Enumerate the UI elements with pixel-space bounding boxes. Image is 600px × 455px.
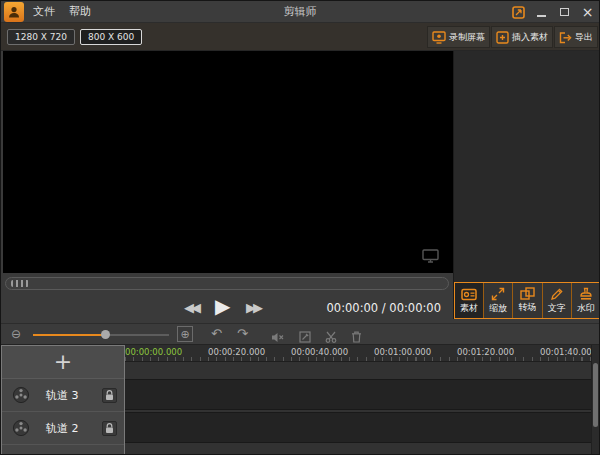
export-icon [559, 31, 572, 44]
resolution-1280x720-button[interactable]: 1280 X 720 [7, 29, 75, 45]
lock-track-button[interactable] [102, 388, 117, 403]
export-label: 导出 [575, 31, 593, 44]
scissors-icon [325, 331, 337, 343]
watermark-icon [579, 287, 593, 301]
record-screen-label: 录制屏幕 [449, 31, 485, 44]
insert-media-button[interactable]: 插入素材 [491, 26, 553, 48]
tab-scale-label: 缩放 [489, 302, 507, 315]
action-buttons: 录制屏幕 插入素材 导出 [427, 26, 598, 48]
record-screen-button[interactable]: 录制屏幕 [427, 26, 490, 48]
timeline-lane-track2[interactable] [125, 412, 593, 443]
close-button[interactable]: × [580, 4, 595, 20]
ruler-ticks [125, 357, 593, 361]
tab-transition[interactable]: 转场 [513, 283, 542, 318]
forward-button[interactable]: ▶▶ [246, 300, 263, 315]
track-label: 轨道 3 [46, 388, 79, 403]
titlebar: 文件 帮助 剪辑师 × [1, 1, 599, 23]
track-header-panel: + 轨道 3 轨道 2 [1, 345, 125, 455]
close-icon: × [582, 5, 594, 20]
fit-screen-icon [422, 249, 439, 263]
seek-bar[interactable] [5, 277, 449, 290]
menu-help[interactable]: 帮助 [63, 1, 97, 23]
zoom-out-button[interactable]: ⊖ [11, 327, 21, 341]
resolution-group: 1280 X 720 800 X 600 [7, 29, 142, 45]
fit-screen-button[interactable] [422, 248, 439, 267]
text-icon [550, 287, 564, 301]
zoom-slider[interactable] [33, 334, 169, 336]
track-row-3[interactable]: 轨道 3 [2, 379, 124, 412]
resolution-800x600-button[interactable]: 800 X 600 [80, 29, 142, 45]
lock-track-button[interactable] [102, 421, 117, 436]
tab-watermark-label: 水印 [577, 302, 595, 315]
maximize-icon [560, 8, 569, 16]
redo-button[interactable]: ↷ [237, 326, 248, 341]
zoom-slider-fill [33, 334, 104, 336]
film-reel-icon [12, 419, 30, 437]
window-controls: × [511, 1, 595, 23]
seek-handle[interactable] [11, 280, 29, 287]
timeline-lanes [125, 362, 593, 455]
zoom-in-button[interactable]: ⊕ [177, 326, 193, 342]
play-button[interactable]: ▶ [215, 294, 230, 318]
trash-icon [351, 331, 362, 343]
panel-tabstrip: 素材 缩放 转场 文字 水印 [454, 282, 600, 319]
skin-button[interactable] [511, 4, 526, 20]
timeline-lane-track3[interactable] [125, 379, 593, 410]
tab-transition-label: 转场 [519, 301, 537, 314]
time-display: 00:00:00 / 00:00:00 [327, 301, 441, 315]
plus-icon: + [54, 352, 72, 372]
app-logo [4, 2, 24, 22]
maximize-button[interactable] [557, 4, 572, 20]
transition-icon [520, 287, 535, 300]
media-panel: 素材 缩放 转场 文字 水印 [453, 51, 600, 319]
tab-text-label: 文字 [548, 302, 566, 315]
minimize-icon [537, 15, 546, 17]
timeline-ruler[interactable]: 00:00:00.000 00:00:20.000 00:00:40.000 0… [125, 345, 593, 362]
scale-icon [491, 287, 505, 301]
skin-icon [512, 6, 525, 19]
add-track-button[interactable]: + [2, 346, 124, 379]
menu-file[interactable]: 文件 [27, 1, 61, 23]
export-button[interactable]: 导出 [554, 26, 598, 48]
material-icon [461, 287, 477, 301]
record-screen-icon [432, 31, 446, 44]
edit-clip-icon [299, 331, 311, 343]
track-row-2[interactable]: 轨道 2 [2, 412, 124, 445]
toolbar: 1280 X 720 800 X 600 录制屏幕 插入素材 导出 [1, 23, 599, 51]
tab-watermark[interactable]: 水印 [572, 283, 600, 318]
transport-bar: ◀◀ ▶ ▶▶ 00:00:00 / 00:00:00 [1, 293, 453, 323]
tab-material-label: 素材 [460, 302, 478, 315]
edit-toolbar: ⊖ ⊕ ↶ ↷ [1, 323, 599, 345]
insert-media-label: 插入素材 [512, 31, 548, 44]
scrollbar-thumb[interactable] [593, 363, 598, 427]
tab-text[interactable]: 文字 [543, 283, 572, 318]
video-preview [3, 51, 453, 273]
person-icon [7, 5, 21, 19]
undo-button[interactable]: ↶ [211, 326, 222, 341]
track-label: 轨道 2 [46, 421, 79, 436]
rewind-button[interactable]: ◀◀ [184, 300, 201, 315]
tab-material[interactable]: 素材 [455, 283, 484, 318]
minimize-button[interactable] [534, 4, 549, 20]
tab-scale[interactable]: 缩放 [484, 283, 513, 318]
lock-icon [105, 423, 114, 434]
lock-icon [105, 390, 114, 401]
insert-media-icon [496, 31, 509, 44]
speaker-muted-icon [271, 332, 285, 343]
app-window: 文件 帮助 剪辑师 × 1280 X 720 800 X 600 录制屏幕 插入… [0, 0, 600, 455]
film-reel-icon [12, 386, 30, 404]
zoom-slider-handle[interactable] [101, 330, 110, 339]
vertical-scrollbar[interactable] [591, 345, 599, 455]
